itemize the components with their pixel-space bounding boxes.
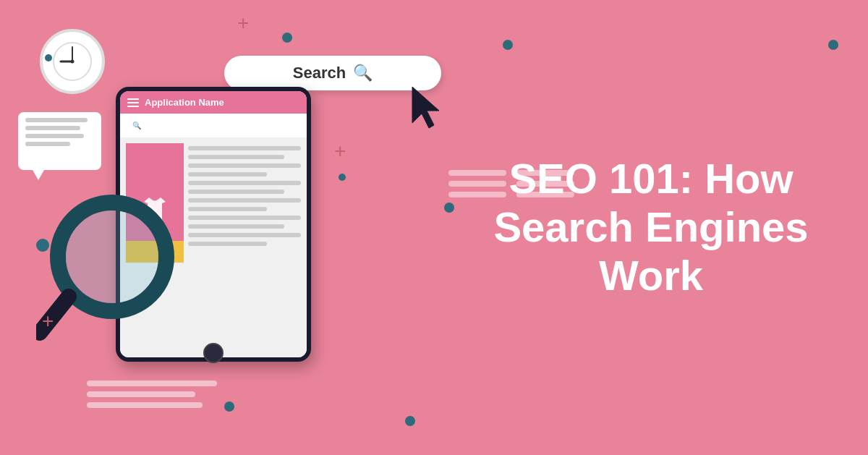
chat-line-3 [25,134,84,138]
dot-7 [405,416,415,426]
chat-line-2 [25,126,80,130]
app-name-label: Application Name [145,97,224,108]
hamburger-icon [127,98,139,107]
svg-point-6 [66,211,158,303]
dot-right-2 [828,40,838,50]
illustration-area: Search 🔍 Application Name [0,0,434,455]
dot-4 [45,54,52,61]
magnifier-icon [36,184,181,344]
dot-3 [339,174,346,181]
content-line-2 [188,155,284,159]
r-line-5 [516,181,574,187]
content-line-6 [188,190,284,194]
content-line-3 [188,163,301,168]
content-line-10 [188,224,284,229]
in-app-search-bar[interactable]: 🔍 [126,118,301,133]
search-bar-label: Search [293,64,346,82]
bottom-line-2 [87,391,195,397]
content-line-7 [188,198,301,203]
plus-1: + [237,13,249,33]
clock-icon [40,29,105,94]
title-line2: Search Engines [493,203,808,250]
r-line-2 [448,181,506,187]
bottom-line-1 [87,380,217,386]
svg-point-3 [71,60,75,64]
in-app-search-icon: 🔍 [132,122,141,129]
dot-6 [224,401,234,412]
content-line-8 [188,207,267,211]
right-text-area: SEO 101: How Search Engines Work [434,0,868,455]
chat-line-4 [25,142,70,146]
svg-marker-4 [412,87,439,128]
r-line-1 [448,170,506,176]
line-group-2 [516,170,574,197]
content-line-4 [188,172,267,177]
app-header: Application Name [120,91,307,114]
content-lines [188,143,301,352]
plus-2: + [334,141,346,161]
content-line-5 [188,181,301,185]
content-line-12 [188,242,267,246]
chat-bubble-icon [18,112,101,170]
tablet-home-button [203,343,224,363]
r-line-6 [516,192,574,197]
dot-1 [282,33,292,43]
cursor-arrow [409,83,448,130]
dot-right-1 [444,203,454,213]
product-top [126,143,184,176]
right-decorative-lines [448,170,574,197]
dot-2 [503,40,513,50]
search-icon: 🔍 [353,64,373,82]
content-line-11 [188,233,301,237]
bottom-line-3 [87,402,203,408]
page-background: Search 🔍 Application Name [0,0,868,455]
content-line-1 [188,146,301,150]
plus-3: + [42,311,54,331]
chat-line-1 [25,118,88,122]
line-group-1 [448,170,506,197]
title-line3: Work [599,252,703,299]
r-line-4 [516,170,574,176]
r-line-3 [448,192,506,197]
dot-5 [36,239,49,252]
content-line-9 [188,216,301,220]
bottom-decorative-lines [87,380,217,408]
